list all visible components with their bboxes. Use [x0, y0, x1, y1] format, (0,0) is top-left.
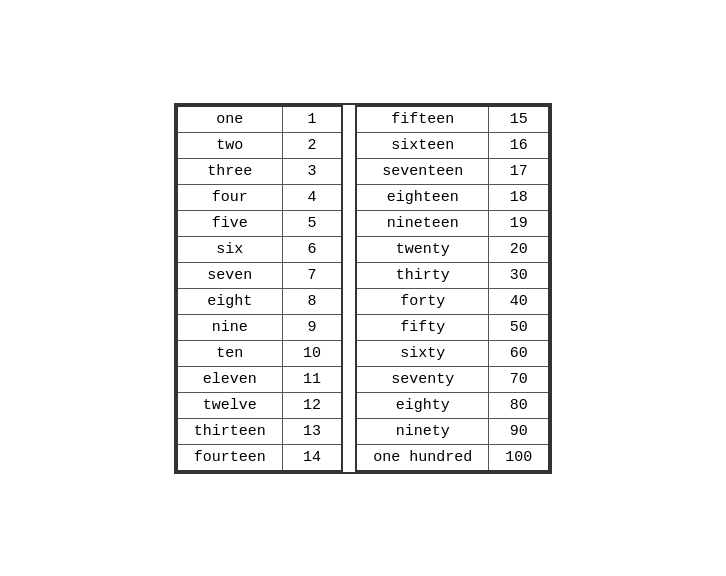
- number-cell: 10: [282, 340, 342, 366]
- word-cell: eleven: [177, 366, 283, 392]
- word-cell: one hundred: [356, 444, 489, 471]
- number-cell: 16: [489, 132, 550, 158]
- word-cell: seventy: [356, 366, 489, 392]
- word-cell: fifteen: [356, 106, 489, 133]
- table-row: seventy70: [356, 366, 549, 392]
- table-row: thirty30: [356, 262, 549, 288]
- table-row: twenty20: [356, 236, 549, 262]
- word-cell: six: [177, 236, 283, 262]
- tables-wrapper: one1two2three3four4five5six6seven7eight8…: [174, 103, 553, 474]
- table-row: twelve12: [177, 392, 343, 418]
- table-row: ninety90: [356, 418, 549, 444]
- table-row: seven7: [177, 262, 343, 288]
- table-row: nineteen19: [356, 210, 549, 236]
- table-row: three3: [177, 158, 343, 184]
- word-cell: two: [177, 132, 283, 158]
- table-row: thirteen13: [177, 418, 343, 444]
- number-cell: 18: [489, 184, 550, 210]
- number-cell: 4: [282, 184, 342, 210]
- table-row: one hundred100: [356, 444, 549, 471]
- number-cell: 17: [489, 158, 550, 184]
- number-cell: 2: [282, 132, 342, 158]
- table-row: eight8: [177, 288, 343, 314]
- word-cell: ninety: [356, 418, 489, 444]
- table-row: eleven11: [177, 366, 343, 392]
- number-cell: 19: [489, 210, 550, 236]
- number-cell: 13: [282, 418, 342, 444]
- word-cell: nine: [177, 314, 283, 340]
- word-cell: eighteen: [356, 184, 489, 210]
- table-row: one1: [177, 106, 343, 133]
- number-cell: 3: [282, 158, 342, 184]
- table-row: fourteen14: [177, 444, 343, 471]
- table-row: forty40: [356, 288, 549, 314]
- number-cell: 80: [489, 392, 550, 418]
- word-cell: four: [177, 184, 283, 210]
- word-cell: eight: [177, 288, 283, 314]
- number-cell: 50: [489, 314, 550, 340]
- table-row: seventeen17: [356, 158, 549, 184]
- word-cell: five: [177, 210, 283, 236]
- number-cell: 30: [489, 262, 550, 288]
- table-row: six6: [177, 236, 343, 262]
- word-cell: seventeen: [356, 158, 489, 184]
- number-cell: 5: [282, 210, 342, 236]
- word-cell: forty: [356, 288, 489, 314]
- number-cell: 15: [489, 106, 550, 133]
- page-container: one1two2three3four4five5six6seven7eight8…: [0, 0, 726, 576]
- table-row: ten10: [177, 340, 343, 366]
- table-row: fifteen15: [356, 106, 549, 133]
- number-cell: 6: [282, 236, 342, 262]
- number-cell: 8: [282, 288, 342, 314]
- number-cell: 12: [282, 392, 342, 418]
- word-cell: fifty: [356, 314, 489, 340]
- table-row: four4: [177, 184, 343, 210]
- word-cell: nineteen: [356, 210, 489, 236]
- number-cell: 7: [282, 262, 342, 288]
- word-cell: sixteen: [356, 132, 489, 158]
- word-cell: twelve: [177, 392, 283, 418]
- number-cell: 40: [489, 288, 550, 314]
- number-cell: 1: [282, 106, 342, 133]
- table-row: eighteen18: [356, 184, 549, 210]
- number-cell: 90: [489, 418, 550, 444]
- left-table: one1two2three3four4five5six6seven7eight8…: [176, 105, 344, 472]
- number-cell: 20: [489, 236, 550, 262]
- word-cell: thirty: [356, 262, 489, 288]
- word-cell: eighty: [356, 392, 489, 418]
- word-cell: sixty: [356, 340, 489, 366]
- word-cell: one: [177, 106, 283, 133]
- number-cell: 100: [489, 444, 550, 471]
- word-cell: thirteen: [177, 418, 283, 444]
- right-table: fifteen15sixteen16seventeen17eighteen18n…: [355, 105, 550, 472]
- table-row: nine9: [177, 314, 343, 340]
- number-cell: 60: [489, 340, 550, 366]
- table-row: sixty60: [356, 340, 549, 366]
- word-cell: three: [177, 158, 283, 184]
- number-cell: 70: [489, 366, 550, 392]
- number-cell: 9: [282, 314, 342, 340]
- table-row: eighty80: [356, 392, 549, 418]
- word-cell: fourteen: [177, 444, 283, 471]
- word-cell: seven: [177, 262, 283, 288]
- table-row: five5: [177, 210, 343, 236]
- table-row: fifty50: [356, 314, 549, 340]
- table-row: two2: [177, 132, 343, 158]
- table-row: sixteen16: [356, 132, 549, 158]
- word-cell: twenty: [356, 236, 489, 262]
- word-cell: ten: [177, 340, 283, 366]
- number-cell: 14: [282, 444, 342, 471]
- number-cell: 11: [282, 366, 342, 392]
